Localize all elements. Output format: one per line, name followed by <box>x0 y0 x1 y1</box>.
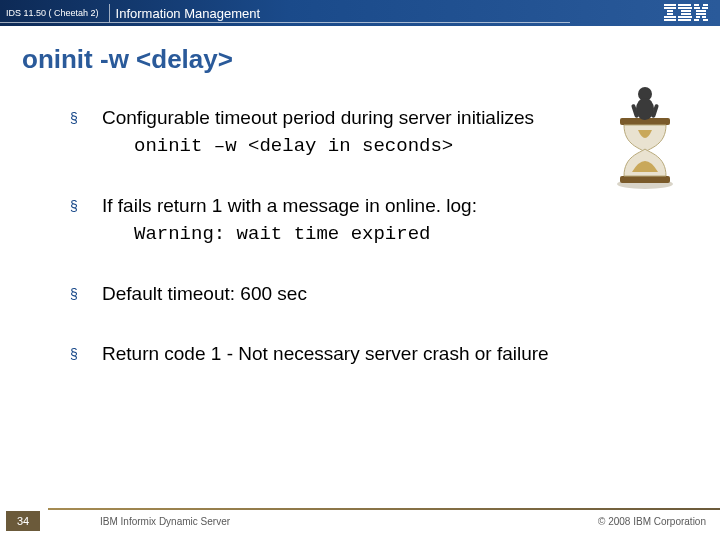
svg-rect-1 <box>664 7 676 9</box>
bullet-text: Configurable timeout period during serve… <box>102 107 534 128</box>
slide-number: 34 <box>6 511 40 531</box>
square-bullet-icon: § <box>70 345 80 363</box>
bullet-body: If fails return 1 with a message in onli… <box>102 193 670 247</box>
slide-header: IDS 11.50 ( Cheetah 2) Information Manag… <box>0 0 720 26</box>
svg-rect-5 <box>664 19 676 21</box>
svg-rect-19 <box>696 16 700 18</box>
svg-point-27 <box>636 98 654 120</box>
header-section: Information Management <box>114 6 261 21</box>
footer-copyright: © 2008 IBM Corporation <box>598 516 706 527</box>
svg-rect-18 <box>696 13 706 15</box>
bullet-code: Warning: wait time expired <box>102 221 670 247</box>
svg-rect-4 <box>664 16 676 18</box>
header-underline <box>0 22 570 23</box>
svg-rect-21 <box>694 19 699 21</box>
svg-rect-6 <box>678 4 691 6</box>
svg-rect-16 <box>696 10 701 12</box>
svg-rect-9 <box>681 13 691 15</box>
svg-rect-7 <box>678 7 692 9</box>
bullet-body: Return code 1 - Not necessary server cra… <box>102 341 670 367</box>
footer-product: IBM Informix Dynamic Server <box>100 516 230 527</box>
svg-rect-24 <box>620 176 670 183</box>
svg-rect-14 <box>694 7 700 9</box>
svg-rect-20 <box>702 16 706 18</box>
square-bullet-icon: § <box>70 197 80 215</box>
footer-divider <box>48 508 720 510</box>
svg-rect-11 <box>678 19 691 21</box>
svg-rect-10 <box>678 16 692 18</box>
bullet-item: § Configurable timeout period during ser… <box>70 105 670 159</box>
bullet-body: Configurable timeout period during serve… <box>102 105 670 159</box>
slide-title: oninit -w <delay> <box>0 26 720 85</box>
svg-rect-8 <box>681 10 691 12</box>
hourglass-figure-icon <box>610 80 680 190</box>
square-bullet-icon: § <box>70 285 80 303</box>
bullet-text: If fails return 1 with a message in onli… <box>102 195 477 216</box>
svg-rect-12 <box>694 4 699 6</box>
bullet-code: oninit –w <delay in seconds> <box>102 133 670 159</box>
svg-rect-22 <box>703 19 708 21</box>
bullet-item: § Return code 1 - Not necessary server c… <box>70 341 670 367</box>
slide-footer: 34 IBM Informix Dynamic Server © 2008 IB… <box>0 510 720 532</box>
svg-rect-17 <box>701 10 706 12</box>
svg-rect-0 <box>664 4 676 6</box>
ibm-logo-icon <box>664 4 708 22</box>
bullet-text: Return code 1 - Not necessary server cra… <box>102 343 549 364</box>
svg-rect-15 <box>702 7 708 9</box>
svg-rect-3 <box>667 13 673 15</box>
svg-rect-2 <box>667 10 673 12</box>
svg-rect-13 <box>703 4 708 6</box>
product-tag: IDS 11.50 ( Cheetah 2) <box>0 8 105 18</box>
square-bullet-icon: § <box>70 109 80 127</box>
header-divider <box>109 4 110 22</box>
bullet-body: Default timeout: 600 sec <box>102 281 670 307</box>
bullet-text: Default timeout: 600 sec <box>102 283 307 304</box>
bullet-item: § If fails return 1 with a message in on… <box>70 193 670 247</box>
bullet-item: § Default timeout: 600 sec <box>70 281 670 307</box>
